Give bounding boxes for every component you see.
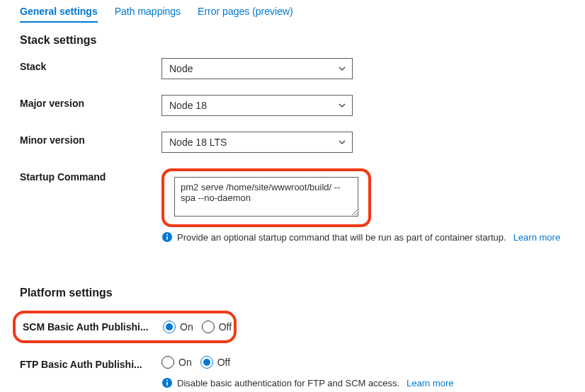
auth-info-text: Disable basic authentication for FTP and… [177,378,399,388]
ftp-radio-group: On Off [161,356,565,369]
minor-version-select[interactable]: Node 18 LTS [161,132,353,153]
minor-version-label: Minor version [20,132,161,146]
tab-path-mappings[interactable]: Path mappings [115,6,181,23]
startup-command-input[interactable] [174,177,358,217]
stack-settings-heading: Stack settings [20,34,565,47]
chevron-down-icon [338,101,346,110]
startup-learn-more-link[interactable]: Learn more [513,232,560,243]
scm-radio-off[interactable]: Off [202,321,232,333]
ftp-label: FTP Basic Auth Publishi... [20,356,161,370]
chevron-down-icon [338,138,346,146]
major-version-value: Node 18 [169,100,207,111]
chevron-down-icon [338,64,346,73]
tab-general-settings[interactable]: General settings [20,6,98,23]
svg-rect-1 [166,236,168,240]
scm-highlight: SCM Basic Auth Publishi... On Off [13,311,237,343]
major-version-select[interactable]: Node 18 [161,95,353,116]
radio-circle-icon [161,356,174,369]
auth-learn-more-link[interactable]: Learn more [407,378,453,388]
tabs-nav: General settings Path mappings Error pag… [20,6,565,23]
ftp-off-label: Off [217,357,230,368]
radio-circle-icon [200,356,213,369]
platform-settings-heading: Platform settings [20,287,565,299]
scm-radio-group: On Off [163,321,232,333]
svg-point-2 [166,234,168,236]
ftp-radio-on[interactable]: On [161,356,192,369]
stack-select[interactable]: Node [161,58,353,79]
scm-label: SCM Basic Auth Publishi... [20,321,163,333]
stack-select-value: Node [169,63,193,74]
tab-error-pages[interactable]: Error pages (preview) [198,6,293,23]
ftp-on-label: On [178,357,192,368]
startup-highlight [161,168,371,227]
major-version-label: Major version [20,95,161,109]
svg-point-5 [166,380,168,381]
minor-version-value: Node 18 LTS [169,137,227,148]
scm-on-label: On [180,321,193,333]
scm-off-label: Off [219,321,232,333]
svg-rect-4 [166,382,168,386]
radio-circle-icon [202,321,215,333]
startup-command-label: Startup Command [20,168,161,183]
scm-radio-on[interactable]: On [163,321,193,333]
info-icon [161,377,173,388]
stack-label: Stack [20,58,161,72]
info-icon [161,231,173,243]
radio-circle-icon [163,321,176,333]
startup-info-text: Provide an optional startup command that… [177,232,506,243]
ftp-radio-off[interactable]: Off [200,356,230,369]
